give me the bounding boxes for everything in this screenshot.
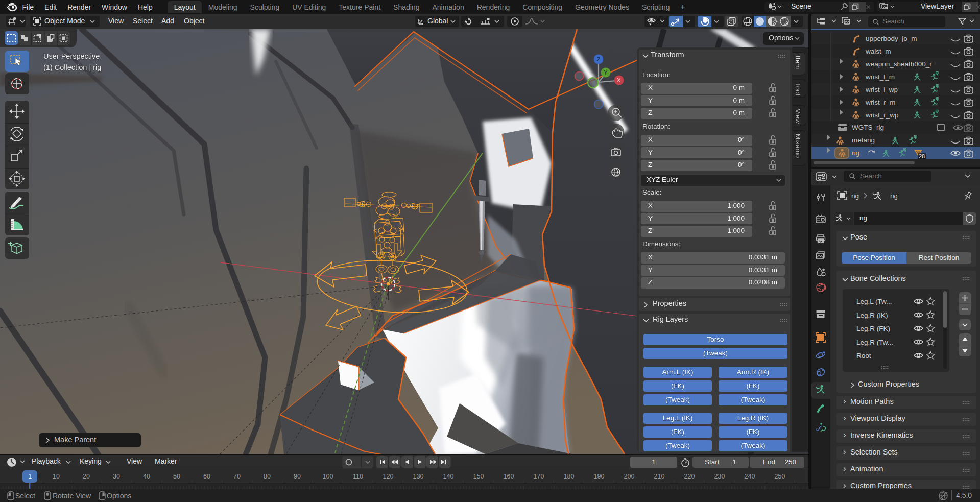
svg-text:Leg.R (FK): Leg.R (FK) — [856, 325, 890, 332]
svg-text:rig: rig — [852, 149, 859, 157]
svg-text:weapon_sheath000_r: weapon_sheath000_r — [865, 60, 932, 68]
svg-text:Z: Z — [597, 56, 601, 62]
svg-text:160: 160 — [504, 473, 514, 480]
svg-text:230: 230 — [714, 473, 725, 480]
svg-text:210: 210 — [654, 473, 665, 480]
svg-text:wrist_l_wp: wrist_l_wp — [865, 86, 898, 93]
svg-text:Root: Root — [856, 352, 871, 360]
svg-text:WGTS_rig: WGTS_rig — [852, 124, 884, 131]
svg-text:220: 220 — [684, 473, 695, 480]
svg-text:metarig: metarig — [852, 136, 875, 144]
svg-text:10: 10 — [53, 473, 60, 480]
svg-text:wrist_l_m: wrist_l_m — [865, 73, 895, 81]
svg-text:110: 110 — [353, 473, 363, 480]
svg-text:X: X — [617, 77, 621, 83]
svg-text:Rotate View: Rotate View — [53, 492, 91, 500]
svg-text:Leg.L (Tw...: Leg.L (Tw... — [856, 298, 892, 305]
svg-text:100: 100 — [323, 473, 333, 480]
svg-text:rig: rig — [851, 192, 859, 200]
svg-text:250: 250 — [775, 473, 785, 480]
svg-text:200: 200 — [624, 473, 635, 480]
svg-text:240: 240 — [745, 473, 755, 480]
svg-text:waist_m: waist_m — [865, 47, 891, 55]
svg-text:40: 40 — [143, 473, 150, 480]
svg-text:Leg.R (Tw...: Leg.R (Tw... — [856, 339, 893, 346]
svg-text:wrist_r_wp: wrist_r_wp — [865, 111, 899, 119]
svg-text:50: 50 — [173, 473, 180, 480]
svg-text:80: 80 — [264, 473, 271, 480]
svg-text:130: 130 — [413, 473, 424, 480]
svg-text:150: 150 — [473, 473, 484, 480]
svg-text:90: 90 — [294, 473, 301, 480]
svg-text:190: 190 — [594, 473, 605, 480]
svg-text:Options: Options — [107, 492, 131, 500]
svg-text:140: 140 — [443, 473, 454, 480]
svg-text:Leg.R (IK): Leg.R (IK) — [856, 312, 888, 319]
svg-text:Select: Select — [15, 492, 35, 500]
svg-text:upperbody_jo_m: upperbody_jo_m — [866, 35, 917, 42]
svg-text:Y: Y — [604, 69, 608, 76]
svg-text:60: 60 — [203, 473, 210, 480]
svg-text:170: 170 — [534, 473, 544, 480]
svg-text:wrist_r_m: wrist_r_m — [865, 99, 896, 106]
svg-text:30: 30 — [113, 473, 120, 480]
svg-text:180: 180 — [564, 473, 575, 480]
svg-text:20: 20 — [83, 473, 90, 480]
svg-text:28: 28 — [919, 153, 925, 159]
svg-text:120: 120 — [383, 473, 394, 480]
svg-text:rig: rig — [890, 192, 897, 200]
svg-text:70: 70 — [233, 473, 241, 480]
